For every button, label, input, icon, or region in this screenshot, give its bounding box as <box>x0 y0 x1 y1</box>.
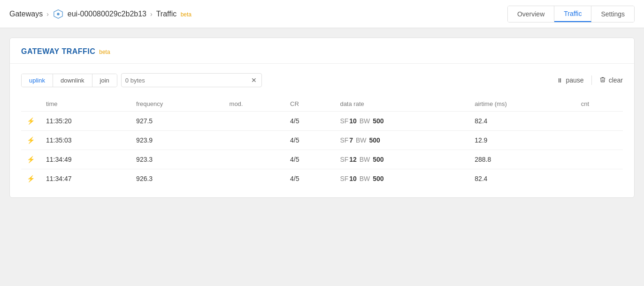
sf-label: SF <box>340 156 348 163</box>
pause-button[interactable]: ⏸ pause <box>557 76 583 84</box>
row-type-icon: ⚡ <box>21 112 40 131</box>
breadcrumb-sep-2: › <box>150 10 153 18</box>
row-type-icon: ⚡ <box>21 169 40 188</box>
breadcrumb-gateways[interactable]: Gateways <box>9 10 43 18</box>
filter-tab-uplink[interactable]: uplink <box>22 74 53 87</box>
row-airtime: 82.4 <box>469 112 575 131</box>
card-title: GATEWAY TRAFFIC <box>21 47 95 55</box>
bw-label: BW <box>356 136 368 144</box>
row-cr: 4/5 <box>284 150 334 169</box>
bw-label: BW <box>360 175 372 182</box>
sf-label: SF <box>340 175 348 182</box>
breadcrumb-device-id[interactable]: eui-000080029c2b2b13 <box>68 10 146 18</box>
tab-traffic[interactable]: Traffic <box>554 6 591 22</box>
filter-tabs: uplink downlink join <box>21 74 117 87</box>
pause-label: pause <box>566 76 583 84</box>
gateway-icon <box>53 8 64 20</box>
table-body: ⚡ 11:35:20 927.5 4/5 SF10 BW 500 82.4 ⚡ … <box>21 112 623 188</box>
col-cnt-header: cnt <box>575 97 623 112</box>
row-time: 11:35:03 <box>40 131 130 150</box>
col-time-header: time <box>40 97 130 112</box>
row-cr: 4/5 <box>284 169 334 188</box>
row-cnt <box>575 150 623 169</box>
row-cnt <box>575 112 623 131</box>
row-cr: 4/5 <box>284 131 334 150</box>
col-airtime-header: airtime (ms) <box>469 97 575 112</box>
sf-label: SF <box>340 117 348 125</box>
bw-label: BW <box>360 117 372 125</box>
clear-label: clear <box>609 76 623 84</box>
row-mod <box>224 150 284 169</box>
filter-left: uplink downlink join ✕ <box>21 73 262 87</box>
search-input[interactable] <box>125 77 250 84</box>
uplink-icon: ⚡ <box>27 136 35 144</box>
traffic-table: time frequency mod. CR data rate airtime… <box>21 97 623 188</box>
table-row: ⚡ 11:34:49 923.3 4/5 SF12 BW 500 288.8 <box>21 150 623 169</box>
search-clear-button[interactable]: ✕ <box>250 75 258 85</box>
table-header-row: time frequency mod. CR data rate airtime… <box>21 97 623 112</box>
bw-value: 500 <box>373 156 383 163</box>
row-datarate: SF7 BW 500 <box>334 131 469 150</box>
sf-value: 10 <box>349 117 357 125</box>
row-cnt <box>575 131 623 150</box>
breadcrumb-sep-1: › <box>46 10 49 18</box>
bw-value: 500 <box>373 117 383 125</box>
col-mod-header: mod. <box>224 97 284 112</box>
traffic-card: GATEWAY TRAFFIC beta uplink downlink joi… <box>9 38 635 198</box>
main-tab-bar: Overview Traffic Settings <box>507 6 635 23</box>
row-time: 11:34:49 <box>40 150 130 169</box>
col-frequency-header: frequency <box>130 97 223 112</box>
row-cnt <box>575 169 623 188</box>
filter-tab-join[interactable]: join <box>92 74 117 87</box>
row-airtime: 12.9 <box>469 131 575 150</box>
col-type-header <box>21 97 40 112</box>
tab-overview[interactable]: Overview <box>508 6 554 22</box>
row-datarate: SF10 BW 500 <box>334 169 469 188</box>
col-cr-header: CR <box>284 97 334 112</box>
trash-icon <box>599 76 606 84</box>
search-box: ✕ <box>121 73 262 87</box>
filter-right: ⏸ pause clear <box>557 75 623 85</box>
filter-tab-downlink[interactable]: downlink <box>53 74 92 87</box>
bw-value: 500 <box>373 175 383 182</box>
sf-value: 10 <box>349 175 357 182</box>
bw-value: 500 <box>369 136 380 144</box>
card-header: GATEWAY TRAFFIC beta <box>10 38 634 64</box>
uplink-icon: ⚡ <box>27 156 35 163</box>
breadcrumb: Gateways › eui-000080029c2b2b13 › Traffi… <box>9 8 192 20</box>
row-frequency: 926.3 <box>130 169 223 188</box>
pause-icon: ⏸ <box>557 77 563 84</box>
row-type-icon: ⚡ <box>21 150 40 169</box>
sf-value: 7 <box>349 136 353 144</box>
svg-point-0 <box>57 13 60 15</box>
breadcrumb-page: Traffic beta <box>156 10 192 18</box>
row-airtime: 288.8 <box>469 150 575 169</box>
sf-label: SF <box>340 136 348 144</box>
uplink-icon: ⚡ <box>27 175 35 182</box>
row-mod <box>224 169 284 188</box>
row-time: 11:34:47 <box>40 169 130 188</box>
table-container: time frequency mod. CR data rate airtime… <box>21 97 623 188</box>
row-airtime: 82.4 <box>469 169 575 188</box>
top-bar: Gateways › eui-000080029c2b2b13 › Traffi… <box>0 0 644 28</box>
card-body: uplink downlink join ✕ ⏸ pause <box>10 64 634 197</box>
table-row: ⚡ 11:35:20 927.5 4/5 SF10 BW 500 82.4 <box>21 112 623 131</box>
card-beta-badge: beta <box>99 49 110 55</box>
tab-settings[interactable]: Settings <box>591 6 634 22</box>
row-datarate: SF10 BW 500 <box>334 112 469 131</box>
row-cr: 4/5 <box>284 112 334 131</box>
row-type-icon: ⚡ <box>21 131 40 150</box>
row-frequency: 927.5 <box>130 112 223 131</box>
row-datarate: SF12 BW 500 <box>334 150 469 169</box>
row-mod <box>224 131 284 150</box>
clear-button[interactable]: clear <box>599 76 623 84</box>
filter-row: uplink downlink join ✕ ⏸ pause <box>21 73 623 87</box>
sf-value: 12 <box>349 156 357 163</box>
row-mod <box>224 112 284 131</box>
table-row: ⚡ 11:34:47 926.3 4/5 SF10 BW 500 82.4 <box>21 169 623 188</box>
bw-label: BW <box>360 156 372 163</box>
main-content: GATEWAY TRAFFIC beta uplink downlink joi… <box>0 28 644 207</box>
uplink-icon: ⚡ <box>27 117 35 125</box>
action-divider <box>591 75 592 85</box>
row-time: 11:35:20 <box>40 112 130 131</box>
